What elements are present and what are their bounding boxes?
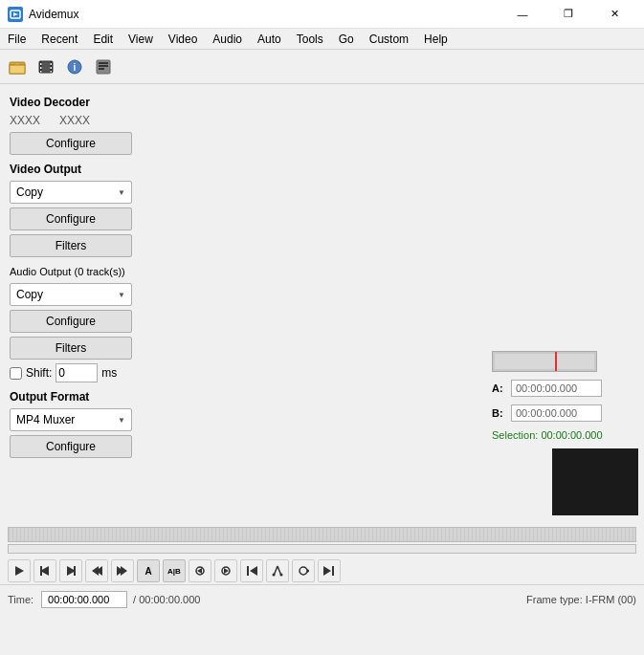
b-time-row: B: 00:00:00.000 (492, 404, 638, 422)
window-controls: — ❐ ✕ (500, 0, 636, 29)
svg-point-38 (280, 574, 283, 577)
svg-rect-10 (40, 71, 42, 73)
timeline-track2[interactable] (8, 544, 636, 554)
svg-rect-13 (51, 71, 53, 73)
svg-rect-33 (247, 566, 249, 576)
menu-item-auto[interactable]: Auto (250, 29, 289, 49)
cut-button[interactable] (266, 559, 289, 582)
svg-marker-39 (307, 569, 309, 573)
svg-point-37 (273, 574, 276, 577)
go-start-button[interactable] (240, 559, 263, 582)
app-title: Avidemux (29, 8, 78, 21)
play-button[interactable] (8, 559, 31, 582)
menu-item-recent[interactable]: Recent (33, 29, 85, 49)
app-icon (8, 7, 23, 22)
svg-text:i: i (74, 62, 77, 73)
left-panel: Video Decoder XXXX XXXX Configure Video … (0, 84, 163, 523)
selection-row: Selection: 00:00:00.000 (492, 429, 638, 441)
time-separator: / 00:00:00.000 (133, 594, 200, 605)
video-output-dropdown[interactable]: Copy ▼ (10, 181, 132, 204)
decoder-value2: XXXX (59, 114, 90, 127)
video-output-title: Video Output (10, 163, 153, 176)
selection-label: Selection: 00:00:00.000 (492, 429, 603, 441)
svg-marker-41 (323, 566, 331, 576)
cut-toolbar-button[interactable] (90, 54, 117, 80)
shift-label: Shift: (26, 366, 52, 380)
menu-item-go[interactable]: Go (331, 29, 362, 49)
video-output-filters-button[interactable]: Filters (10, 234, 132, 257)
output-format-configure-button[interactable]: Configure (10, 435, 132, 458)
frame-type-label: Frame type: I-FRM (00) (526, 594, 636, 605)
titlebar: Avidemux — ❐ ✕ (0, 0, 644, 29)
marker-ab-button[interactable]: A|B (163, 559, 186, 582)
menu-item-tools[interactable]: Tools (289, 29, 331, 49)
menu-item-help[interactable]: Help (416, 29, 455, 49)
info-toolbar-button[interactable]: i (61, 54, 88, 80)
menubar: FileRecentEditViewVideoAudioAutoToolsGoC… (0, 29, 644, 50)
b-time-display: 00:00:00.000 (511, 404, 602, 422)
film-toolbar-button[interactable] (33, 54, 59, 80)
decoder-values: XXXX XXXX (10, 114, 153, 127)
marker-a-button[interactable]: A (137, 559, 160, 582)
shift-row: Shift: ms (10, 363, 153, 382)
maximize-button[interactable]: ❐ (546, 0, 590, 29)
svg-marker-1 (13, 12, 18, 16)
shift-input[interactable] (56, 363, 98, 382)
video-output-configure-button[interactable]: Configure (10, 207, 132, 230)
timeline-track[interactable] (8, 527, 636, 542)
svg-rect-4 (10, 65, 25, 74)
output-format-chevron-icon: ▼ (118, 416, 125, 425)
svg-marker-34 (250, 566, 257, 576)
audio-output-dropdown-value: Copy (16, 288, 43, 301)
mini-scrubber[interactable] (492, 351, 597, 372)
menu-item-audio[interactable]: Audio (205, 29, 250, 49)
audio-output-dropdown[interactable]: Copy ▼ (10, 283, 132, 306)
svg-rect-11 (51, 63, 53, 65)
scrubber-marker (555, 352, 557, 371)
forward-button[interactable] (59, 559, 82, 582)
center-area (163, 84, 486, 523)
statusbar: Time: 00:00:00.000 / 00:00:00.000 Frame … (0, 584, 644, 613)
menu-item-video[interactable]: Video (161, 29, 205, 49)
audio-output-configure-button[interactable]: Configure (10, 310, 132, 333)
a-time-display: 00:00:00.000 (511, 380, 602, 397)
output-format-title: Output Format (10, 390, 153, 404)
titlebar-left: Avidemux (8, 7, 78, 22)
svg-rect-19 (99, 68, 104, 70)
a-label: A: (492, 382, 507, 394)
a-time-row: A: 00:00:00.000 (492, 380, 638, 397)
minimize-button[interactable]: — (500, 0, 544, 29)
menu-item-view[interactable]: View (121, 29, 161, 49)
output-format-dropdown[interactable]: MP4 Muxer ▼ (10, 408, 132, 431)
menu-item-file[interactable]: File (0, 29, 33, 49)
audio-output-chevron-icon: ▼ (118, 291, 125, 299)
goto-end-button[interactable] (318, 559, 341, 582)
svg-marker-32 (224, 568, 229, 574)
audio-output-title: Audio Output (0 track(s)) (10, 265, 153, 278)
controls-row: A A|B (0, 557, 644, 584)
time-display: 00:00:00.000 (41, 591, 127, 608)
b-label: B: (492, 407, 507, 419)
prev-keyframe-button[interactable] (189, 559, 211, 582)
svg-marker-30 (197, 568, 202, 574)
shift-checkbox[interactable] (10, 367, 22, 380)
right-panel: A: 00:00:00.000 B: 00:00:00.000 Selectio… (486, 84, 644, 523)
prev-frame-button[interactable] (85, 559, 108, 582)
shift-unit: ms (101, 366, 117, 380)
menu-item-custom[interactable]: Custom (362, 29, 416, 49)
set-marker-button[interactable] (214, 559, 237, 582)
video-output-dropdown-value: Copy (16, 186, 43, 199)
close-button[interactable]: ✕ (592, 0, 636, 29)
rewind-button[interactable] (33, 559, 56, 582)
video-decoder-configure-button[interactable]: Configure (10, 132, 132, 155)
decoder-value1: XXXX (10, 114, 40, 127)
timeline-area (0, 523, 644, 557)
menu-item-edit[interactable]: Edit (85, 29, 121, 49)
open-toolbar-button[interactable] (4, 54, 31, 80)
svg-rect-18 (99, 65, 108, 67)
next-frame-button[interactable] (111, 559, 134, 582)
toolbar: i (0, 50, 644, 84)
audio-output-filters-button[interactable]: Filters (10, 337, 132, 360)
video-output-chevron-icon: ▼ (118, 188, 125, 197)
loop-button[interactable] (292, 559, 315, 582)
